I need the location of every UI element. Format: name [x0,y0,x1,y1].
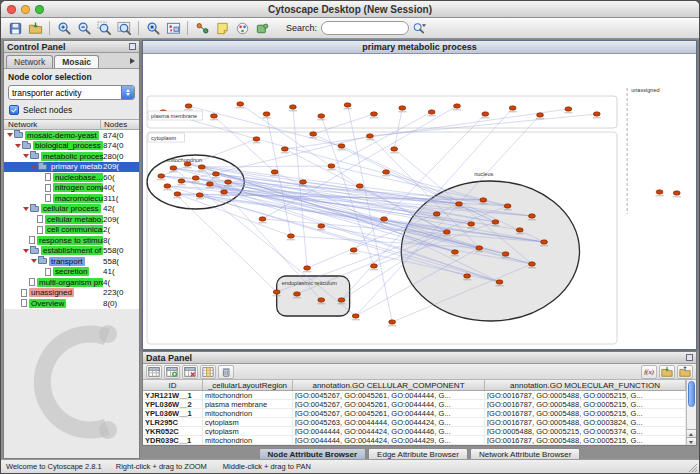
network-node[interactable] [253,137,260,141]
network-node[interactable] [370,264,377,268]
network-view-titlebar[interactable]: primary metabolic process [143,41,696,54]
network-node[interactable] [383,170,390,174]
expander-icon[interactable] [31,165,37,169]
network-node[interactable] [480,198,487,202]
formula-builder-icon[interactable]: f(x) [641,365,657,379]
network-node[interactable] [271,170,278,174]
network-node[interactable] [528,262,535,266]
network-node[interactable] [206,182,213,186]
network-node[interactable] [259,217,266,221]
network-node[interactable] [164,184,171,188]
trash-icon[interactable] [218,365,234,379]
network-node[interactable] [509,106,516,110]
expander-icon[interactable] [31,259,37,263]
column-header-cellularlayoutregion[interactable]: _cellularLayoutRegion [203,380,293,390]
network-node[interactable] [389,320,396,324]
network-node[interactable] [170,166,177,170]
save-icon[interactable] [5,19,25,37]
tree-item-unassigned[interactable]: unassigned223(0 [4,288,139,299]
search-input[interactable] [321,21,409,35]
network-node[interactable] [294,292,301,296]
expander-icon[interactable] [23,207,29,211]
vizmapper-icon[interactable] [232,19,252,37]
network-node[interactable] [433,212,440,216]
select-nodes-option[interactable]: Select nodes [4,103,139,119]
birdseye-icon[interactable] [163,19,183,37]
expander-icon[interactable] [23,154,29,158]
node-color-dropdown[interactable]: transporter activity [8,85,135,100]
network-node[interactable] [502,252,509,256]
network-node[interactable] [338,144,345,148]
column-header-nodes[interactable]: Nodes [101,120,139,129]
column-icon[interactable] [200,365,216,379]
tree-item-metabolic-process[interactable]: metabolic process280(0 [4,151,139,162]
expander-icon[interactable] [15,144,21,148]
network-node[interactable] [528,214,535,218]
tree-item-transport[interactable]: transport558( [4,256,139,267]
network-node[interactable] [370,112,377,116]
import-icon[interactable] [25,19,45,37]
network-node[interactable] [318,114,325,118]
annotation-icon[interactable] [212,19,232,37]
network-node[interactable] [318,298,325,302]
tree-item-establishment-of-l[interactable]: establishment of l...558(0 [4,246,139,257]
table-row[interactable]: YLR295Ccytoplasm[GO:0045263, GO:0044444,… [143,418,686,427]
network-node[interactable] [352,314,359,318]
network-node[interactable] [328,164,335,168]
network-node[interactable] [273,290,280,294]
tree-item-nucleobase[interactable]: nucleobase...60( [4,172,139,183]
tree-item-multi-organism-pro[interactable]: multi-organism pro...4( [4,277,139,288]
network-node[interactable] [196,193,203,197]
network-node[interactable] [476,246,483,250]
network-node[interactable] [516,228,523,232]
network-node[interactable] [304,266,311,270]
network-node[interactable] [158,174,165,178]
network-node[interactable] [443,230,450,234]
network-node[interactable] [212,172,219,176]
network-node[interactable] [178,179,185,183]
column-header-network[interactable]: Network [4,120,101,129]
tree-item-mosaic-demo-yeast[interactable]: mosaic-demo-yeast874(0 [4,130,139,141]
scrollbar-thumb[interactable] [688,381,695,407]
table-scrollbar[interactable] [686,380,696,445]
delete-attribute-icon[interactable] [182,365,198,379]
column-header-annotation-go-molecular-function[interactable]: annotation.GO MOLECULAR_FUNCTION [485,380,686,390]
network-node[interactable] [344,103,351,107]
table-row[interactable]: YDR039C__1mitochondrion[GO:0044444, GO:0… [143,436,686,445]
network-node[interactable] [287,234,294,238]
network-node[interactable] [496,280,503,284]
network-node[interactable] [210,114,217,118]
network-node[interactable] [174,192,181,196]
panel-float-icon[interactable] [129,43,136,50]
plugins-icon[interactable] [252,19,272,37]
network-node[interactable] [456,202,463,206]
tree-item-primary-metab[interactable]: primary metab...209( [4,162,139,173]
table-row[interactable]: YKR052Ccytoplasm[GO:0044444, GO:0044424,… [143,427,686,436]
network-node[interactable] [221,190,228,194]
network-node[interactable] [399,106,406,110]
tree-item-macromolecule[interactable]: macromolecule...311( [4,193,139,204]
zoom-selected-icon[interactable] [94,19,114,37]
tree-item-cell-communica[interactable]: cell communica...2( [4,225,139,236]
network-node[interactable] [263,112,270,116]
zoom-actual-icon[interactable] [143,19,163,37]
network-node[interactable] [237,102,244,106]
tree-item-nitrogen-compo[interactable]: nitrogen compo...40( [4,183,139,194]
zoom-out-icon[interactable] [74,19,94,37]
network-node[interactable] [225,180,232,184]
network-node[interactable] [318,224,325,228]
zoom-fit-icon[interactable] [114,19,134,37]
network-node[interactable] [468,222,475,226]
data-panel-float-icon[interactable] [686,354,693,361]
window-titlebar[interactable]: Cytoscape Desktop (New Session) [1,1,699,18]
tree-item-response-to-stimul[interactable]: response to stimul...8( [4,235,139,246]
network-node[interactable] [673,191,680,195]
network-node[interactable] [452,250,459,254]
tab-overflow-arrow-icon[interactable] [130,58,135,64]
select-nodes-checkbox[interactable] [9,105,19,115]
network-node[interactable] [541,240,548,244]
network-node[interactable] [310,132,317,136]
network-node[interactable] [464,274,471,278]
network-node[interactable] [281,147,288,151]
scroll-up-icon[interactable] [687,429,696,437]
